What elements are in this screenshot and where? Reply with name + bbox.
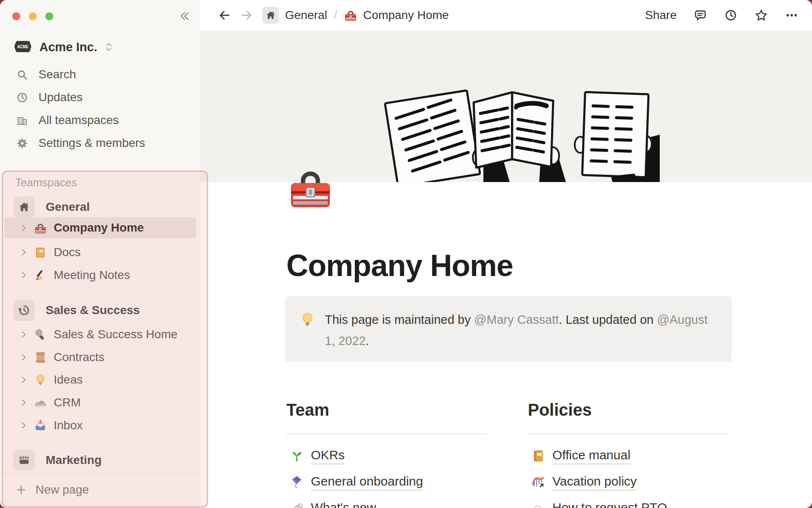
sidebar-collapse-icon[interactable]: [178, 10, 190, 22]
gear-icon: [16, 137, 28, 149]
inbox-tray-icon: [34, 419, 47, 432]
page-row-label: Meeting Notes: [54, 268, 130, 282]
callout-block[interactable]: This page is maintained by @Mary Cassatt…: [285, 296, 732, 362]
callout-text-segment: . Last updated on: [559, 313, 657, 326]
chevron-right-icon[interactable]: [19, 223, 29, 233]
page-row-crm[interactable]: CRM: [0, 391, 197, 414]
page-link-general-onboarding[interactable]: General onboarding: [286, 472, 487, 492]
sidebar-item-search[interactable]: Search: [0, 63, 197, 86]
page-link-vacation-policy[interactable]: Vacation policy: [528, 472, 728, 492]
page-row-ideas[interactable]: Ideas: [0, 368, 197, 391]
page-row-label: Ideas: [54, 373, 83, 387]
sidebar-item-label: Updates: [38, 91, 82, 104]
traffic-lights: [12, 12, 53, 20]
callout-text-segment: .: [366, 334, 369, 348]
main-content: General / Company Home Share Company Hom…: [200, 0, 812, 508]
zoom-button[interactable]: [45, 12, 53, 20]
chevron-right-icon[interactable]: [19, 329, 29, 340]
new-page-label: New page: [36, 483, 89, 497]
forward-button[interactable]: [240, 9, 253, 22]
workspace-name: Acme Inc.: [39, 40, 97, 54]
column-heading: Policies: [528, 400, 728, 423]
sidebar-item-updates[interactable]: Updates: [0, 86, 197, 109]
teamspace-icon-chip: [14, 450, 35, 471]
page-link-label[interactable]: Office manual: [552, 448, 631, 464]
column-team: Team OKRs General onboarding What's new: [286, 400, 487, 508]
callout-text: This page is maintained by @Mary Cassatt…: [325, 309, 715, 351]
page-icon-toolbox[interactable]: [286, 163, 335, 211]
cover-illustration: [364, 80, 660, 182]
teamspace-name: General: [46, 200, 90, 214]
heading-divider: [286, 433, 487, 434]
breadcrumb-separator: /: [334, 9, 337, 22]
close-button[interactable]: [12, 12, 20, 20]
sidebar-item-label: All teamspaces: [38, 113, 119, 127]
chevron-right-icon[interactable]: [19, 398, 29, 408]
rolled-newspaper-icon: [290, 501, 304, 508]
minimize-button[interactable]: [29, 12, 37, 20]
teamspace-sales-success[interactable]: Sales & Success: [0, 299, 197, 322]
lightbulb-icon: [34, 373, 47, 387]
page-link-office-manual[interactable]: Office manual: [528, 446, 728, 466]
history-clock-icon: [18, 304, 30, 317]
search-icon: [16, 69, 28, 81]
breadcrumb-teamspace-chip[interactable]: [262, 7, 279, 24]
page-link-label[interactable]: How to request PTO: [552, 500, 667, 508]
page-row-meeting-notes[interactable]: Meeting Notes: [0, 264, 197, 287]
mention-mary-cassatt[interactable]: @Mary Cassatt: [474, 313, 559, 326]
clock-icon[interactable]: [724, 8, 738, 22]
teamspace-icon-chip: [14, 196, 35, 218]
teamspace-marketing[interactable]: Marketing: [0, 449, 197, 472]
chevron-right-icon[interactable]: [19, 352, 29, 362]
page-link-whats-new[interactable]: What's new: [286, 499, 487, 508]
kite-icon: [290, 475, 304, 489]
chevron-right-icon[interactable]: [19, 420, 29, 431]
page-row-docs[interactable]: Docs: [0, 241, 197, 264]
star-icon[interactable]: [754, 8, 768, 22]
sidebar-item-settings[interactable]: Settings & members: [0, 132, 197, 155]
page-row-contracts[interactable]: Contracts: [0, 346, 197, 369]
clock-icon: [16, 91, 28, 104]
callout-text-segment: This page is maintained by: [325, 313, 474, 326]
teamspace-icon-chip: [14, 300, 35, 321]
page-link-okrs[interactable]: OKRs: [286, 446, 487, 466]
page-row-company-home-selected[interactable]: Company Home: [4, 217, 196, 238]
workspace-logo-icon: [14, 40, 32, 54]
sidebar-item-all-teamspaces[interactable]: All teamspaces: [0, 109, 197, 132]
teamspace-name: Marketing: [46, 453, 102, 467]
heading-divider: [528, 433, 728, 434]
orange-book-icon: [531, 449, 546, 463]
page-link-label[interactable]: OKRs: [311, 448, 345, 464]
sneaker-icon: [34, 396, 47, 409]
chevron-right-icon[interactable]: [19, 270, 29, 280]
ellipsis-icon[interactable]: [785, 8, 798, 22]
page-row-inbox[interactable]: Inbox: [0, 414, 197, 437]
page-cover[interactable]: [200, 30, 812, 182]
page-row-label: Inbox: [54, 419, 83, 432]
workspace-swap-icon: [103, 41, 114, 53]
chevron-right-icon[interactable]: [19, 375, 29, 385]
page-link-label[interactable]: Vacation policy: [552, 474, 637, 491]
page-row-sales-success-home[interactable]: Sales & Success Home: [0, 323, 197, 346]
chevron-right-icon[interactable]: [19, 247, 29, 257]
page-link-label[interactable]: What's new: [311, 500, 376, 508]
workspace-switcher[interactable]: Acme Inc.: [14, 37, 192, 57]
seedling-icon: [290, 449, 304, 463]
breadcrumb-item-company-home[interactable]: Company Home: [363, 8, 449, 22]
page-title[interactable]: Company Home: [286, 248, 513, 283]
page-link-label[interactable]: General onboarding: [311, 474, 423, 491]
back-button[interactable]: [218, 9, 231, 22]
cloud-icon: [531, 501, 546, 508]
ledger-icon: [34, 246, 47, 259]
toolbox-icon: [34, 221, 47, 235]
share-button[interactable]: Share: [645, 8, 677, 22]
page-link-request-pto[interactable]: How to request PTO: [528, 499, 728, 508]
page-columns: Team OKRs General onboarding What's new …: [286, 400, 728, 508]
teamspace-general[interactable]: General: [0, 196, 197, 218]
breadcrumb-item-general[interactable]: General: [285, 8, 327, 22]
scroll-icon: [34, 351, 47, 364]
comment-icon[interactable]: [694, 8, 707, 22]
page-row-label: Docs: [54, 246, 81, 259]
column-heading: Team: [286, 400, 487, 423]
new-page-button[interactable]: New page: [0, 476, 200, 504]
